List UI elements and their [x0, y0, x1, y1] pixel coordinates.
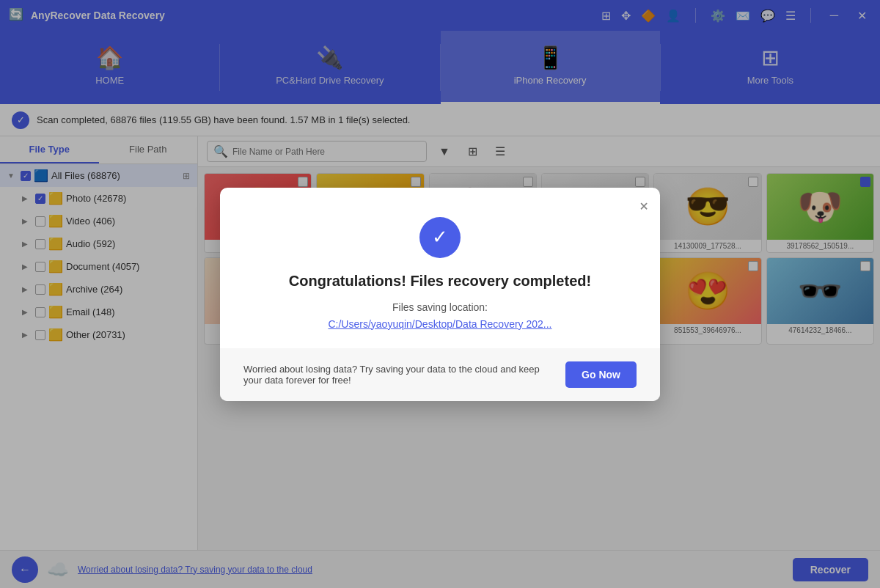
modal-wrapper: × ✓ Congratulations! Files recovery comp…	[220, 188, 660, 401]
modal-footer-text: Worried about losing data? Try saving yo…	[243, 364, 554, 386]
modal-dialog: × ✓ Congratulations! Files recovery comp…	[220, 188, 660, 401]
modal-close-x[interactable]: ×	[639, 198, 648, 215]
modal-save-link[interactable]: C:/Users/yaoyuqin/Desktop/Data Recovery …	[328, 318, 551, 330]
go-now-button[interactable]: Go Now	[565, 361, 637, 388]
modal-title: Congratulations! Files recovery complete…	[249, 273, 631, 290]
modal-overlay: × ✓ Congratulations! Files recovery comp…	[0, 0, 880, 588]
modal-footer: Worried about losing data? Try saving yo…	[220, 348, 660, 401]
modal-check-icon: ✓	[432, 226, 448, 249]
modal-check-circle: ✓	[419, 217, 461, 258]
modal-subtitle: Files saving location:	[249, 301, 631, 313]
modal-main: × ✓ Congratulations! Files recovery comp…	[220, 188, 660, 348]
